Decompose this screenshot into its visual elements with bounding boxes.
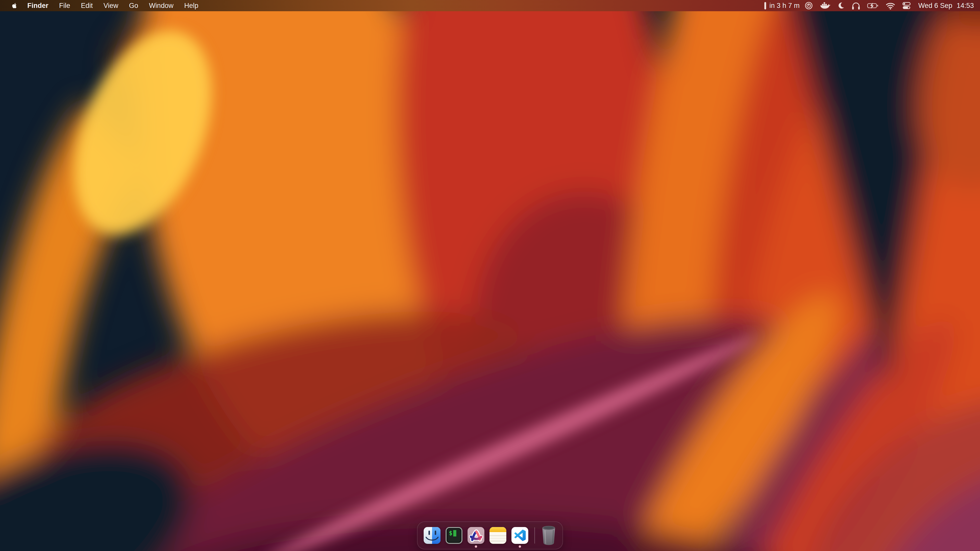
- terminal-screen: $: [449, 530, 456, 537]
- menu-item-go[interactable]: Go: [124, 0, 144, 11]
- menu-item-file[interactable]: File: [54, 0, 76, 11]
- running-indicator: [475, 545, 477, 548]
- menu-item-finder[interactable]: Finder: [22, 0, 54, 11]
- dock-item-vscode[interactable]: [511, 527, 528, 544]
- menu-item-view[interactable]: View: [98, 0, 124, 11]
- control-center-icon[interactable]: [902, 0, 911, 11]
- apple-logo-icon: [11, 2, 18, 9]
- running-indicator: [519, 545, 521, 548]
- menu-bar-clock[interactable]: Wed 6 Sep 14:53: [918, 2, 974, 10]
- dock-item-trash[interactable]: [541, 525, 556, 546]
- dock: $: [417, 521, 563, 549]
- dock-item-arc-browser[interactable]: [468, 527, 484, 544]
- dock-separator: [535, 527, 535, 544]
- docker-icon[interactable]: [820, 0, 830, 11]
- desktop: Finder File Edit View Go Window Help in …: [0, 0, 980, 551]
- wallpaper-ventura: [0, 0, 980, 551]
- menu-item-edit[interactable]: Edit: [76, 0, 98, 11]
- timer-status[interactable]: in 3 h 7 m: [764, 2, 800, 10]
- 1password-icon[interactable]: [804, 0, 813, 11]
- menu-bar-status: in 3 h 7 m: [764, 0, 980, 11]
- notes-yellow-header: [490, 527, 506, 532]
- terminal-prompt: $: [449, 530, 452, 536]
- clock-date: Wed 6 Sep: [918, 2, 952, 10]
- focus-moon-icon[interactable]: [837, 0, 845, 11]
- menu-item-window[interactable]: Window: [144, 0, 179, 11]
- notes-ruled-paper: [490, 533, 506, 544]
- dock-item-terminal[interactable]: $: [445, 527, 463, 544]
- dock-item-finder[interactable]: [424, 527, 441, 544]
- terminal-cursor: [453, 530, 456, 537]
- headphones-icon[interactable]: [851, 0, 861, 11]
- finder-face: [424, 527, 441, 544]
- menu-item-help[interactable]: Help: [179, 0, 204, 11]
- timer-bar-icon: [764, 2, 766, 10]
- timer-label: in 3 h 7 m: [770, 2, 800, 10]
- trash-icon: [541, 525, 556, 546]
- apple-menu[interactable]: [6, 0, 22, 11]
- dock-item-notes[interactable]: [490, 527, 506, 544]
- clock-time: 14:53: [956, 2, 974, 10]
- wifi-icon[interactable]: [886, 0, 895, 11]
- vscode-logo: [514, 530, 526, 541]
- arc-logo: [468, 527, 484, 544]
- menu-bar: Finder File Edit View Go Window Help in …: [0, 0, 980, 11]
- battery-charging-icon[interactable]: [867, 0, 879, 11]
- menu-bar-left: Finder File Edit View Go Window Help: [0, 0, 204, 11]
